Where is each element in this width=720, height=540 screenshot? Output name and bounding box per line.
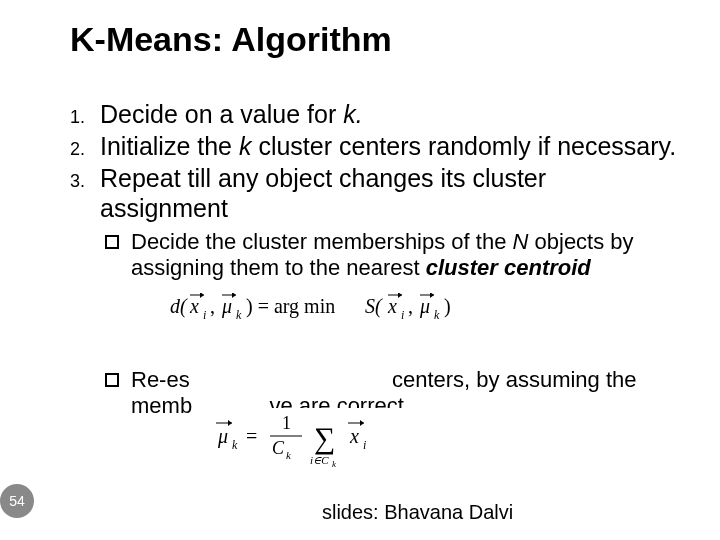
- step-1-k: k.: [343, 100, 362, 128]
- slide-number: 54: [9, 493, 25, 509]
- sub-a-3: cluster centroid: [426, 255, 591, 280]
- svg-text:C: C: [272, 438, 285, 458]
- svg-text:x: x: [189, 295, 199, 317]
- svg-text:i: i: [203, 308, 206, 322]
- sub-a-text: Decide the cluster memberships of the N …: [131, 229, 680, 282]
- svg-text:k: k: [232, 438, 238, 452]
- numbered-list: Decide on a value for k. Initialize the …: [70, 99, 680, 223]
- svg-text:k: k: [236, 308, 242, 322]
- svg-text:μ: μ: [419, 295, 430, 318]
- svg-text:i: i: [363, 438, 366, 452]
- sub-item-a: Decide the cluster memberships of the N …: [105, 229, 680, 282]
- slide-number-badge: 54: [0, 484, 34, 518]
- step-1-a: Decide on a value for: [100, 100, 343, 128]
- sub-a-1: Decide the cluster memberships of the: [131, 229, 513, 254]
- sub-b-1: Re-es: [131, 367, 190, 392]
- svg-text:S(: S(: [365, 295, 383, 318]
- step-2-k: k: [239, 132, 252, 160]
- step-2: Initialize the k cluster centers randoml…: [70, 131, 680, 161]
- slide-title: K-Means: Algorithm: [70, 20, 680, 59]
- svg-text:): ): [444, 295, 451, 318]
- step-3: Repeat till any object changes its clust…: [70, 163, 680, 223]
- svg-text:,: ,: [408, 295, 413, 317]
- svg-text:k: k: [286, 449, 292, 461]
- formula-centroid: μ k = 1 C k ∑ i∈C k x i: [216, 408, 416, 468]
- svg-text:i: i: [401, 308, 404, 322]
- step-2-a: Initialize the: [100, 132, 239, 160]
- svg-text:x: x: [387, 295, 397, 317]
- checkbox-icon: [105, 373, 119, 387]
- svg-text:) = arg min: ) = arg min: [246, 295, 335, 318]
- step-1: Decide on a value for k.: [70, 99, 680, 129]
- slide: K-Means: Algorithm Decide on a value for…: [0, 0, 720, 540]
- svg-text:i∈C: i∈C: [310, 454, 329, 466]
- svg-text:d(: d(: [170, 295, 188, 318]
- slide-content: Decide on a value for k. Initialize the …: [70, 99, 680, 420]
- svg-text:k: k: [434, 308, 440, 322]
- svg-text:,: ,: [210, 295, 215, 317]
- step-1-text: Decide on a value for k.: [100, 99, 680, 129]
- checkbox-icon: [105, 235, 119, 249]
- step-2-b: cluster centers randomly if necessary.: [251, 132, 676, 160]
- step-2-text: Initialize the k cluster centers randoml…: [100, 131, 680, 161]
- slide-credit: slides: Bhavana Dalvi: [322, 501, 513, 524]
- svg-text:μ: μ: [221, 295, 232, 318]
- sub-a-N: N: [513, 229, 529, 254]
- svg-text:=: =: [246, 425, 257, 447]
- svg-text:∑: ∑: [314, 421, 335, 455]
- svg-text:k: k: [332, 459, 337, 468]
- step-3-text: Repeat till any object changes its clust…: [100, 163, 680, 223]
- svg-text:μ: μ: [217, 425, 228, 448]
- formula-distance: d( x i , μ k ) = arg min S( x i , μ k ): [170, 293, 490, 325]
- svg-text:x: x: [349, 425, 359, 447]
- svg-text:1: 1: [282, 413, 291, 433]
